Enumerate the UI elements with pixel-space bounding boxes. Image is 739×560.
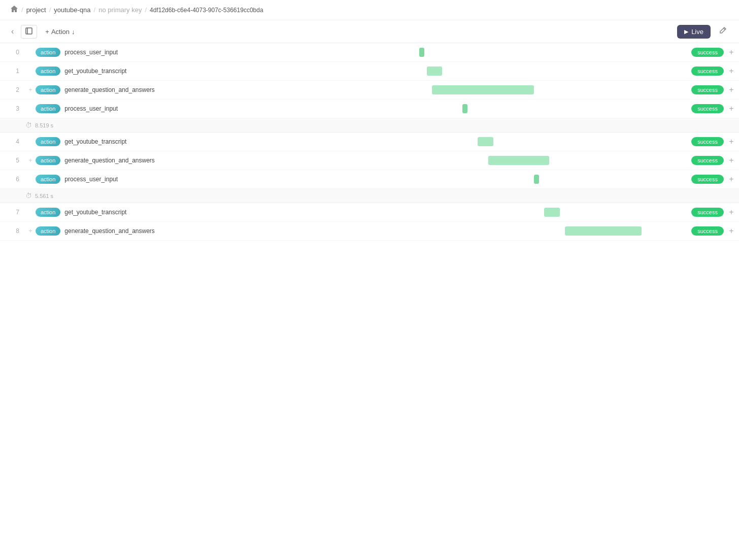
breadcrumb-id: 4df12d6b-c6e4-4073-907c-536619cc0bda — [150, 7, 263, 14]
play-icon: ▶ — [684, 28, 688, 35]
action-badge[interactable]: action — [36, 85, 60, 94]
row-index: 1 — [0, 68, 25, 75]
action-badge[interactable]: action — [36, 104, 60, 113]
row-label: generate_question_and_answers — [64, 227, 176, 235]
table-row: 8+actiongenerate_question_and_answerssuc… — [0, 222, 739, 241]
gantt-area — [176, 222, 687, 240]
action-badge[interactable]: action — [36, 175, 60, 184]
live-button[interactable]: ▶ Live — [677, 25, 711, 39]
gantt-bar — [565, 226, 642, 236]
row-index: 0 — [0, 49, 25, 56]
status-badge: success — [691, 85, 724, 94]
table-row: 4actionget_youtube_transcriptsuccess+ — [0, 133, 739, 151]
row-expand[interactable]: + — [25, 157, 36, 164]
action-badge[interactable]: action — [36, 156, 60, 165]
row-expand[interactable]: + — [25, 227, 36, 235]
separator-time-1: 8.519 s — [35, 122, 53, 128]
rows-group-3: 7actionget_youtube_transcriptsuccess+8+a… — [0, 203, 739, 241]
row-index: 8 — [0, 227, 25, 235]
action-badge[interactable]: action — [36, 137, 60, 146]
action-badge[interactable]: action — [36, 67, 60, 76]
row-label: get_youtube_transcript — [64, 209, 176, 216]
gantt-bar — [488, 156, 550, 165]
action-button-label: Action — [51, 28, 70, 36]
row-index: 5 — [0, 157, 25, 164]
plus-icon: + — [45, 28, 49, 36]
status-badge: success — [691, 208, 724, 217]
clock-icon-1: ⏱ — [25, 121, 32, 129]
row-label: generate_question_and_answers — [64, 86, 176, 93]
back-button[interactable]: ‹ — [8, 26, 17, 37]
row-add-button[interactable]: + — [724, 208, 739, 217]
status-badge: success — [691, 67, 724, 76]
clock-icon-2: ⏱ — [25, 192, 32, 200]
live-label: Live — [691, 28, 703, 36]
table-row: 3actionprocess_user_inputsuccess+ — [0, 100, 739, 118]
sep1: / — [21, 6, 23, 14]
expand-button[interactable] — [21, 25, 37, 39]
toolbar: ‹ + Action ↓ ▶ Live — [0, 20, 739, 43]
row-label: process_user_input — [64, 49, 176, 56]
row-add-button[interactable]: + — [724, 156, 739, 165]
action-badge[interactable]: action — [36, 208, 60, 217]
gantt-area — [176, 81, 687, 99]
add-action-button[interactable]: + Action ↓ — [41, 26, 79, 38]
status-badge: success — [691, 137, 724, 146]
home-icon[interactable] — [10, 5, 18, 15]
gantt-area — [176, 151, 687, 170]
row-add-button[interactable]: + — [724, 226, 739, 236]
row-add-button[interactable]: + — [724, 67, 739, 76]
row-index: 2 — [0, 86, 25, 93]
rows-group-2: 4actionget_youtube_transcriptsuccess+5+a… — [0, 133, 739, 189]
row-add-button[interactable]: + — [724, 175, 739, 184]
breadcrumb-no-primary: no primary key — [98, 6, 142, 14]
gantt-bar — [427, 67, 442, 76]
breadcrumb-project[interactable]: project — [26, 6, 46, 14]
svg-rect-0 — [26, 28, 32, 34]
row-add-button[interactable]: + — [724, 48, 739, 57]
row-label: get_youtube_transcript — [64, 138, 176, 145]
row-index: 3 — [0, 105, 25, 112]
separator-2: ⏱ 5.561 s — [0, 189, 739, 203]
row-label: process_user_input — [64, 105, 176, 112]
status-badge: success — [691, 156, 724, 165]
status-badge: success — [691, 226, 724, 236]
table-row: 1actionget_youtube_transcriptsuccess+ — [0, 62, 739, 81]
gantt-bar — [462, 104, 467, 113]
gantt-area — [176, 170, 687, 188]
down-arrow-icon: ↓ — [72, 28, 75, 36]
gantt-bar — [534, 175, 539, 184]
sep2: / — [49, 6, 51, 14]
gantt-area — [176, 100, 687, 118]
status-badge: success — [691, 48, 724, 57]
row-index: 4 — [0, 138, 25, 145]
sep4: / — [145, 6, 147, 14]
separator-1: ⏱ 8.519 s — [0, 118, 739, 133]
action-badge[interactable]: action — [36, 48, 60, 57]
gantt-area — [176, 43, 687, 61]
gantt-bar — [432, 85, 534, 94]
table-row: 7actionget_youtube_transcriptsuccess+ — [0, 203, 739, 222]
gantt-area — [176, 133, 687, 151]
row-index: 7 — [0, 209, 25, 216]
rows-group-1: 0actionprocess_user_inputsuccess+1action… — [0, 43, 739, 118]
gantt-area — [176, 203, 687, 221]
status-badge: success — [691, 175, 724, 184]
breadcrumb: / project / youtube-qna / no primary key… — [0, 0, 739, 20]
row-index: 6 — [0, 176, 25, 183]
row-label: process_user_input — [64, 176, 176, 183]
row-add-button[interactable]: + — [724, 104, 739, 113]
row-add-button[interactable]: + — [724, 85, 739, 94]
status-badge: success — [691, 104, 724, 113]
breadcrumb-subproject[interactable]: youtube-qna — [54, 6, 90, 14]
edit-button[interactable] — [715, 24, 731, 39]
row-label: get_youtube_transcript — [64, 68, 176, 75]
sep3: / — [94, 6, 96, 14]
table-row: 2+actiongenerate_question_and_answerssuc… — [0, 81, 739, 100]
table-row: 5+actiongenerate_question_and_answerssuc… — [0, 151, 739, 170]
row-expand[interactable]: + — [25, 86, 36, 93]
action-badge[interactable]: action — [36, 226, 60, 236]
separator-time-2: 5.561 s — [35, 193, 53, 199]
row-label: generate_question_and_answers — [64, 157, 176, 164]
row-add-button[interactable]: + — [724, 137, 739, 146]
